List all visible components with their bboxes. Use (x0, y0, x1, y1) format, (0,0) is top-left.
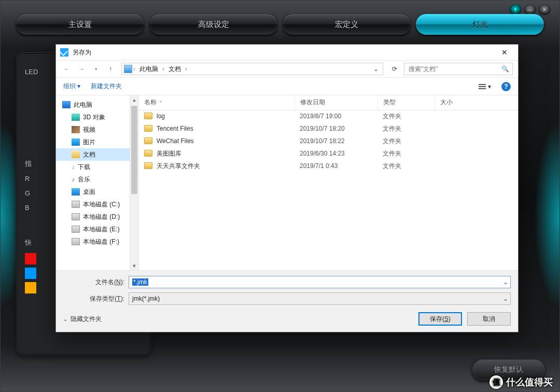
lbl: 保存( (430, 315, 444, 324)
list-icon (479, 84, 486, 89)
tree-node[interactable]: 本地磁盘 (C:) (56, 198, 138, 211)
dialog-bottom: 文件名(N): *.jmk ⌄ 保存类型(T): jmk(*.jmk) ⌄ ⌄ … (56, 270, 518, 332)
breadcrumb-seg-pc[interactable]: 此电脑 (136, 65, 161, 74)
refresh-button[interactable]: ⟳ (388, 63, 401, 75)
tree-node[interactable]: 本地磁盘 (E:) (56, 223, 138, 235)
col-date[interactable]: 修改日期 (295, 95, 377, 110)
tree-node[interactable]: 视频 (56, 123, 138, 136)
breadcrumb-dropdown-icon[interactable]: ⌄ (371, 65, 381, 73)
nav-forward-button: → (76, 63, 87, 75)
dialog-body: 此电脑3D 对象视频图片文档↓下载♪音乐桌面本地磁盘 (C:)本地磁盘 (D:)… (56, 95, 518, 270)
tree-node-label: 视频 (83, 125, 95, 134)
tree-node-label: 文档 (83, 150, 95, 159)
new-folder-button[interactable]: 新建文件夹 (91, 82, 122, 91)
table-row[interactable]: Tencent Files2019/10/7 18:20文件夹 (139, 122, 518, 135)
i-disk-icon (72, 226, 80, 233)
search-box[interactable]: 🔍 (404, 63, 513, 75)
view-options-button[interactable]: ▾ (479, 83, 491, 90)
nav-back-button[interactable]: ← (61, 63, 73, 75)
i-mus-icon: ♪ (72, 176, 75, 183)
r-label: R (25, 175, 30, 183)
dropdown-button[interactable]: ▼ (510, 5, 521, 14)
lbl: S (444, 315, 449, 323)
quick-label: 快 (25, 238, 32, 247)
folder-tree[interactable]: 此电脑3D 对象视频图片文档↓下载♪音乐桌面本地磁盘 (C:)本地磁盘 (D:)… (56, 95, 139, 270)
save-button[interactable]: 保存(S) (418, 312, 462, 326)
tree-node[interactable]: 图片 (56, 136, 138, 148)
tree-node-label: 下载 (78, 163, 90, 172)
window-controls: ▼ — ✕ (510, 5, 550, 14)
lbl: ): (121, 278, 124, 286)
tree-node-label: 本地磁盘 (F:) (83, 237, 119, 246)
scroll-thumb[interactable] (131, 106, 137, 194)
table-row[interactable]: WeChat Files2019/10/7 18:22文件夹 (139, 135, 518, 147)
watermark: 值 什么值得买 (489, 375, 553, 389)
hide-folders-toggle[interactable]: ⌄ 隐藏文件夹 (63, 315, 102, 324)
main-tab-0[interactable]: 主设置 (16, 14, 144, 35)
tree-node-label: 本地磁盘 (D:) (83, 213, 120, 221)
b-label: B (25, 204, 30, 212)
chevron-right-icon: › (162, 65, 164, 73)
scroll-down-icon[interactable]: ▼ (130, 261, 138, 270)
tree-node[interactable]: 文档 (56, 148, 138, 161)
tree-node[interactable]: 本地磁盘 (D:) (56, 211, 138, 223)
close-app-button[interactable]: ✕ (539, 5, 550, 14)
main-tab-2[interactable]: 宏定义 (283, 14, 411, 35)
breadcrumb-bar[interactable]: › 此电脑 › 文档 › ⌄ (121, 63, 383, 75)
watermark-badge: 值 (489, 375, 503, 389)
table-row[interactable]: 天天共享文件夹2019/7/1 0:43文件夹 (139, 160, 518, 172)
tree-node-label: 图片 (83, 138, 95, 147)
scroll-up-icon[interactable]: ▲ (130, 95, 138, 104)
folder-icon (144, 137, 152, 144)
minimize-button[interactable]: — (524, 5, 536, 14)
lbl: ): (121, 295, 124, 302)
swatch-red[interactable] (25, 253, 36, 264)
main-tab-3[interactable]: 灯光 (416, 14, 544, 35)
tree-node[interactable]: 桌面 (56, 186, 138, 198)
cancel-button[interactable]: 取消 (467, 312, 511, 326)
table-row[interactable]: log2019/8/7 19:00文件夹 (139, 110, 518, 122)
tree-node[interactable]: 此电脑 (56, 99, 138, 111)
filetype-select[interactable]: jmk(*.jmk) ⌄ (129, 292, 511, 305)
i-pc-icon (62, 101, 71, 108)
indicator-label: 指 (25, 159, 32, 169)
tree-node[interactable]: 3D 对象 (56, 111, 138, 123)
tree-node-label: 3D 对象 (83, 113, 105, 122)
toolbar-row: 组织 ▾ 新建文件夹 ▾ ? (56, 78, 518, 95)
organize-label: 组织 (63, 82, 76, 90)
swatch-blue[interactable] (25, 268, 36, 279)
help-button[interactable]: ? (501, 82, 511, 91)
i-3d-icon (72, 114, 80, 121)
nav-recent-button[interactable]: ▾ (90, 63, 102, 75)
nav-up-button[interactable]: ↑ (105, 63, 116, 75)
table-row[interactable]: 美图图库2019/6/30 14:23文件夹 (139, 147, 518, 160)
organize-menu[interactable]: 组织 ▾ (63, 82, 80, 91)
file-list[interactable]: 名称^ 修改日期 类型 大小 log2019/8/7 19:00文件夹Tence… (139, 95, 518, 270)
tree-node[interactable]: ♪音乐 (56, 173, 138, 186)
tree-node[interactable]: 本地磁盘 (F:) (56, 235, 138, 248)
dialog-close-button[interactable]: ✕ (494, 45, 515, 60)
filename-label: 文件名(N): (63, 278, 124, 287)
col-type[interactable]: 类型 (377, 95, 435, 110)
tree-scrollbar[interactable]: ▲ ▼ (130, 95, 138, 270)
filename-dropdown-icon[interactable]: ⌄ (501, 278, 510, 286)
main-tabs: 主设置高级设定宏定义灯光 (16, 14, 544, 36)
tree-node-label: 本地磁盘 (C:) (83, 200, 120, 209)
col-name[interactable]: 名称^ (139, 95, 295, 110)
search-icon[interactable]: 🔍 (501, 65, 509, 73)
col-size[interactable]: 大小 (435, 95, 518, 110)
folder-icon (144, 150, 152, 157)
main-tab-1[interactable]: 高级设定 (149, 14, 277, 35)
chevron-down-icon: ⌄ (63, 316, 67, 322)
chevron-right-icon: › (185, 65, 187, 73)
i-pic-icon (72, 138, 80, 146)
dialog-titlebar: 另存为 ✕ (56, 45, 518, 60)
nav-row: ← → ▾ ↑ › 此电脑 › 文档 › ⌄ ⟳ 🔍 (56, 60, 518, 78)
swatch-orange[interactable] (25, 282, 36, 293)
filename-input[interactable]: *.jmk ⌄ (129, 276, 511, 288)
i-doc-icon (72, 151, 80, 158)
filetype-dropdown-icon[interactable]: ⌄ (501, 295, 510, 302)
search-input[interactable] (408, 65, 501, 73)
tree-node[interactable]: ↓下载 (56, 161, 138, 173)
breadcrumb-seg-docs[interactable]: 文档 (165, 65, 184, 74)
